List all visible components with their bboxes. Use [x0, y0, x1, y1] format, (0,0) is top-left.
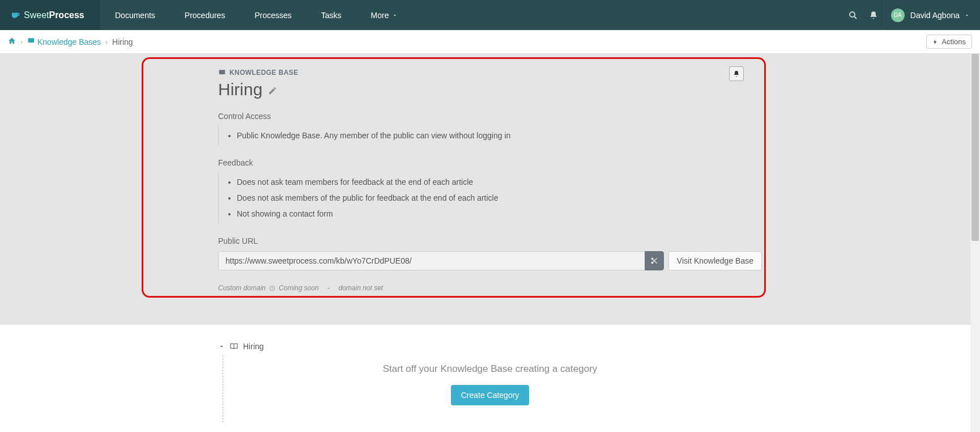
control-access-item: Public Knowledge Base. Any member of the… [237, 128, 762, 143]
brand-sweet: Sweet [24, 10, 49, 20]
main-area: KNOWLEDGE BASE Hiring Control Access Pub… [0, 54, 980, 432]
svg-line-1 [854, 16, 857, 19]
bell-icon [733, 70, 740, 77]
scissors-icon [650, 257, 658, 265]
nav-tasks[interactable]: Tasks [306, 0, 356, 30]
breadcrumb-sep: › [105, 38, 108, 46]
breadcrumb: › Knowledge Bases › Hiring Actions [0, 30, 980, 54]
tree-root-label: Hiring [243, 342, 264, 351]
kb-type-badge: KNOWLEDGE BASE [218, 69, 762, 77]
feedback-item: Not showing a contact form [237, 206, 762, 222]
breadcrumb-current: Hiring [112, 37, 133, 46]
home-icon[interactable] [8, 37, 16, 47]
feedback-heading: Feedback [218, 158, 762, 167]
brand-process: Process [49, 10, 84, 20]
brand-logo[interactable]: SweetProcess [0, 0, 100, 30]
custom-domain-sep: - [327, 284, 330, 292]
breadcrumb-kb-link[interactable]: Knowledge Bases [37, 37, 101, 46]
visit-kb-button[interactable]: Visit Knowledge Base [668, 251, 762, 270]
svg-point-0 [850, 12, 855, 17]
public-url-row: Visit Knowledge Base [218, 251, 762, 270]
tree-root-toggle[interactable]: Hiring [218, 342, 762, 351]
kb-detail-card: KNOWLEDGE BASE Hiring Control Access Pub… [218, 54, 762, 292]
nav-more[interactable]: More [356, 0, 413, 30]
kb-title-text: Hiring [218, 80, 262, 99]
chevron-down-icon [218, 343, 225, 350]
book-icon [218, 69, 226, 77]
cup-icon [10, 10, 20, 20]
svg-point-3 [651, 262, 654, 264]
copy-url-button[interactable] [645, 251, 664, 270]
lightning-icon [932, 39, 938, 45]
breadcrumb-sep: › [20, 38, 23, 46]
edit-title-button[interactable] [268, 80, 277, 99]
kb-type-label: KNOWLEDGE BASE [229, 69, 299, 77]
subscribe-bell-button[interactable] [729, 66, 744, 81]
control-access-heading: Control Access [218, 112, 762, 121]
chevron-down-icon [964, 12, 970, 18]
empty-tree-prompt: Start off your Knowledge Base creating a… [218, 363, 762, 375]
actions-label: Actions [941, 37, 966, 46]
custom-domain-coming: Coming soon [279, 284, 319, 292]
custom-domain-note: Custom domain Coming soon - domain not s… [218, 284, 762, 292]
nav-documents[interactable]: Documents [100, 0, 170, 30]
tree-guide-line [223, 355, 223, 422]
control-access-body: Public Knowledge Base. Any member of the… [218, 125, 762, 146]
create-category-button[interactable]: Create Category [451, 385, 530, 405]
book-icon [27, 37, 35, 47]
nav-processes[interactable]: Processes [240, 0, 306, 30]
public-url-heading: Public URL [218, 236, 762, 245]
custom-domain-label: Custom domain [218, 284, 266, 292]
pencil-icon [268, 86, 277, 95]
book-open-icon [229, 342, 238, 351]
clock-icon [269, 285, 275, 291]
navbar: SweetProcess Documents Procedures Proces… [0, 0, 980, 30]
nav-more-label: More [371, 11, 389, 20]
bell-icon[interactable] [863, 5, 884, 26]
feedback-body: Does not ask team members for feedback a… [218, 172, 762, 224]
nav-procedures[interactable]: Procedures [170, 0, 240, 30]
feedback-item: Does not ask members of the public for f… [237, 190, 762, 206]
nav-items: Documents Procedures Processes Tasks Mor… [100, 0, 412, 30]
scrollbar[interactable]: ▲ [970, 54, 980, 432]
chevron-down-icon [392, 12, 398, 18]
avatar: DA [891, 9, 905, 22]
svg-point-2 [651, 258, 654, 260]
scroll-thumb[interactable] [972, 54, 979, 241]
actions-button[interactable]: Actions [926, 35, 972, 49]
feedback-item: Does not ask team members for feedback a… [237, 174, 762, 190]
search-icon[interactable] [843, 5, 863, 26]
user-name: David Agbona [910, 11, 960, 20]
public-url-input[interactable] [218, 251, 645, 270]
kb-title: Hiring [218, 80, 762, 99]
user-menu[interactable]: DA David Agbona [884, 0, 980, 30]
custom-domain-notset: domain not set [338, 284, 383, 292]
category-tree-area: Hiring Start off your Knowledge Base cre… [0, 325, 980, 432]
